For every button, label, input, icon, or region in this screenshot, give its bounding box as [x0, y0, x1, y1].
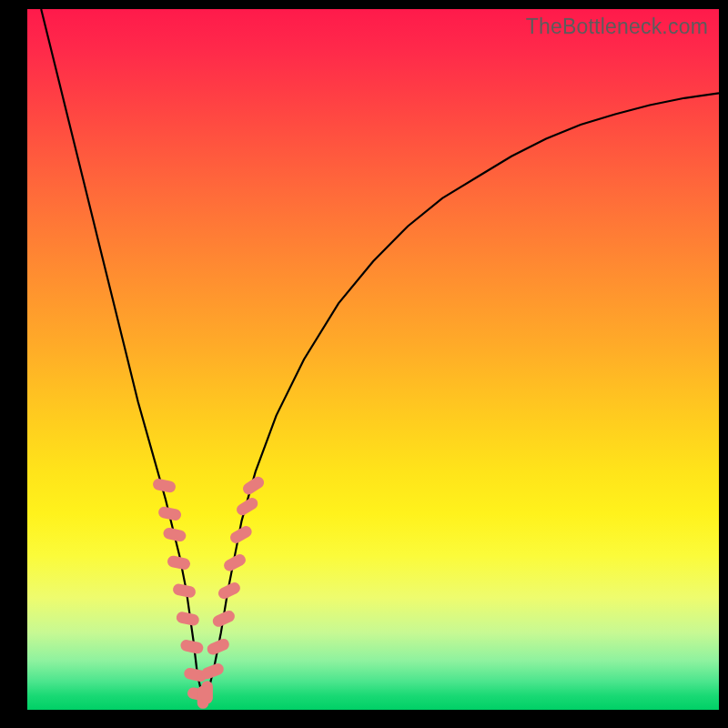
bottleneck-curve — [41, 9, 719, 696]
curve-marker — [157, 506, 182, 522]
curve-marker — [206, 637, 231, 657]
curve-marker — [176, 611, 200, 627]
curve-svg — [27, 9, 719, 710]
curve-marker — [201, 681, 213, 703]
curve-markers — [152, 474, 267, 708]
plot-area: TheBottleneck.com — [27, 9, 719, 710]
curve-marker — [172, 582, 197, 599]
curve-marker — [167, 555, 191, 571]
chart-frame: TheBottleneck.com — [0, 0, 728, 728]
curve-marker — [162, 527, 187, 543]
curve-marker — [152, 478, 177, 494]
curve-marker — [179, 639, 204, 655]
